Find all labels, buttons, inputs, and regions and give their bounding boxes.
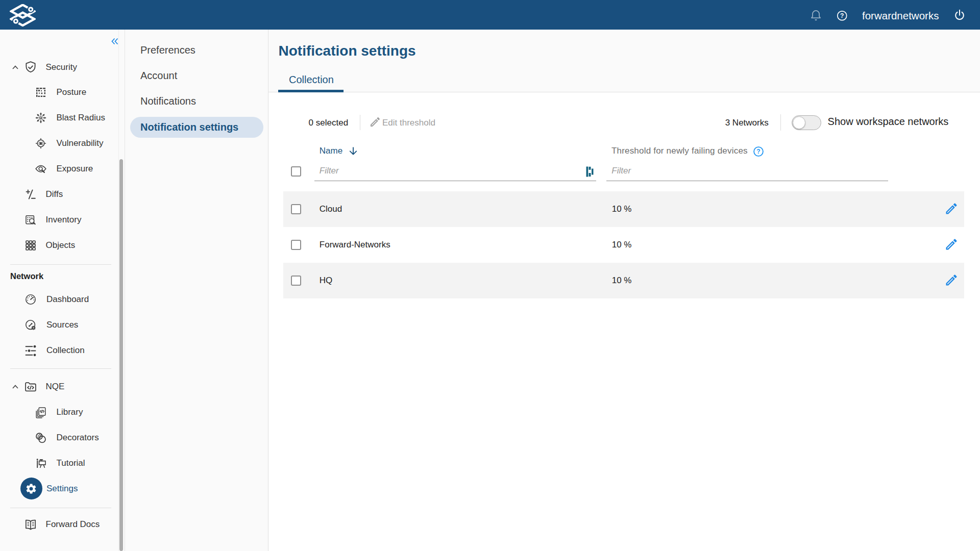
svg-text:?: ? — [756, 148, 760, 155]
svg-text:?: ? — [840, 12, 844, 19]
